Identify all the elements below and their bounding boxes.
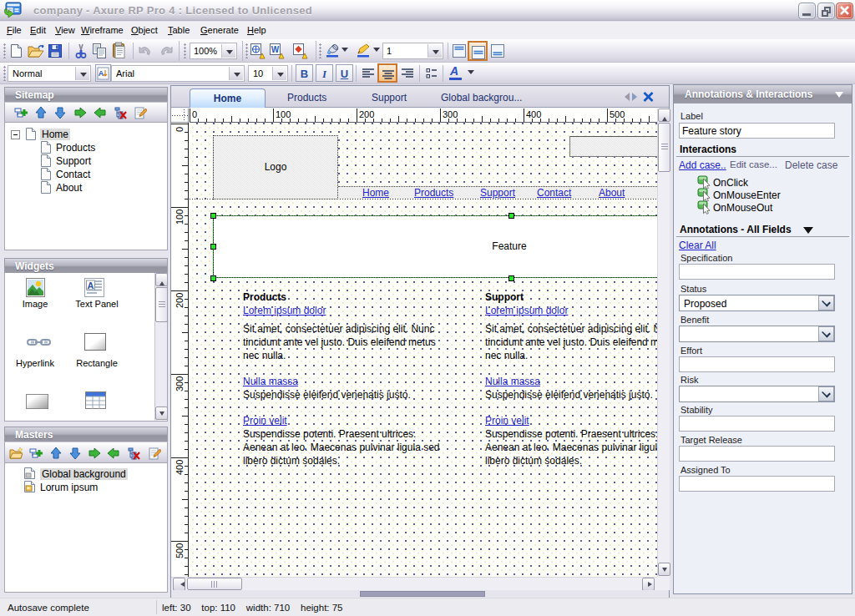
svg-text:A: A [99, 69, 104, 78]
svg-text:A: A [88, 280, 94, 290]
svg-text:W: W [271, 45, 280, 54]
